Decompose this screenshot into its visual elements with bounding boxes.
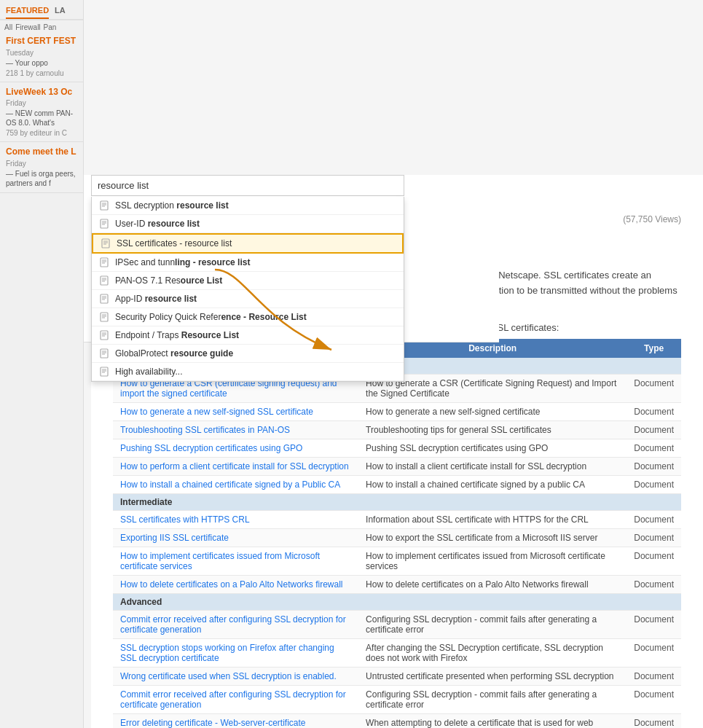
- resource-link[interactable]: Error deleting certificate - Web-server-…: [120, 718, 306, 728]
- dropdown-item-5-label: App-ID resource list: [115, 294, 197, 304]
- table-cell-title: Pushing SSL decryption certificates usin…: [113, 439, 358, 458]
- table-cell-description: Configuring SSL decryption - commit fail…: [358, 611, 627, 639]
- table-header-type: Type: [627, 339, 681, 358]
- resource-link[interactable]: Commit error received after configuring …: [120, 689, 346, 710]
- table-cell-type: Document: [627, 611, 681, 639]
- dropdown-item-5[interactable]: App-ID resource list: [92, 290, 404, 308]
- svg-rect-0: [101, 201, 108, 210]
- sidebar-article-0-title: First CERT FEST: [6, 36, 77, 47]
- table-cell-description: How to install a chained certificate sig…: [358, 476, 627, 494]
- table-cell-type: Document: [627, 476, 681, 494]
- dropdown-item-0[interactable]: SSL decryption resource list: [92, 197, 404, 215]
- dropdown-item-1-label: User-ID resource list: [115, 219, 200, 229]
- resource-link[interactable]: Troubleshooting SSL certificates in PAN-…: [120, 425, 290, 435]
- sidebar-tab-pan[interactable]: Pan: [44, 23, 57, 31]
- dropdown-item-7-label: Endpoint / Traps Resource List: [115, 330, 239, 340]
- article-views: (57,750 Views): [623, 214, 681, 224]
- sidebar-tab-all[interactable]: All: [4, 23, 12, 31]
- dropdown-item-8[interactable]: GlobalProtect resource guide: [92, 345, 404, 363]
- table-cell-description: After changing the SSL Decryption certif…: [358, 639, 627, 668]
- dropdown-item-7[interactable]: Endpoint / Traps Resource List: [92, 326, 404, 345]
- table-row: Commit error received after configuring …: [113, 611, 681, 639]
- table-category-row: Intermediate: [113, 494, 681, 511]
- category-label: Intermediate: [113, 494, 681, 511]
- table-cell-description: Pushing SSL decryption certificates usin…: [358, 439, 627, 458]
- resource-link[interactable]: How to generate a new self-signed SSL ce…: [120, 407, 313, 417]
- svg-rect-36: [101, 367, 108, 376]
- table-cell-title: SSL certificates with HTTPS CRL: [113, 511, 358, 529]
- dropdown-item-3[interactable]: IPSec and tunnling - resource list: [92, 254, 404, 272]
- table-cell-description: How to install a client certificate inst…: [358, 458, 627, 476]
- svg-rect-32: [101, 349, 108, 358]
- document-icon-9: [99, 367, 109, 377]
- sidebar-article-2-title: Come meet the L: [6, 146, 77, 158]
- table-cell-description: Configuring SSL decryption - commit fail…: [358, 686, 627, 714]
- resource-link[interactable]: Wrong certificate used when SSL decrypti…: [120, 671, 337, 681]
- sidebar-article-0[interactable]: First CERT FEST Tuesday — Your oppo 218 …: [0, 31, 83, 82]
- table-row: How to implement certificates issued fro…: [113, 547, 681, 576]
- table-cell-title: Exporting IIS SSL certificate: [113, 529, 358, 547]
- dropdown-item-9[interactable]: High availability...: [92, 363, 404, 381]
- svg-rect-24: [101, 313, 108, 321]
- sidebar-nav-featured[interactable]: FEATURED: [6, 6, 49, 19]
- svg-rect-20: [101, 294, 108, 303]
- dropdown-item-4-label: PAN-OS 7.1 Resource List: [115, 275, 222, 286]
- document-icon-4: [99, 275, 109, 286]
- document-icon-1: [99, 219, 109, 229]
- sidebar-article-1-stats: 759 by editeur in C: [6, 129, 77, 137]
- table-cell-title: How to implement certificates issued fro…: [113, 547, 358, 576]
- table-cell-type: Document: [627, 458, 681, 476]
- dropdown-item-6[interactable]: Security Policy Quick Reference - Resour…: [92, 308, 404, 326]
- resource-link[interactable]: Exporting IIS SSL certificate: [120, 533, 229, 543]
- sidebar-article-2-day: Friday: [6, 160, 77, 168]
- sidebar-nav-la[interactable]: LA: [55, 6, 66, 19]
- table-cell-description: How to generate a new self-signed certif…: [358, 403, 627, 421]
- sidebar-article-2[interactable]: Come meet the L Friday — Fuel is orga pe…: [0, 142, 83, 193]
- table-cell-description: Information about SSL certificate with H…: [358, 511, 627, 529]
- sidebar-article-1-desc: — NEW comm PAN-OS 8.0. What's: [6, 109, 77, 128]
- dropdown-item-1[interactable]: User-ID resource list: [92, 215, 404, 233]
- document-icon-3: [99, 257, 109, 267]
- sidebar-tab-firewall[interactable]: Firewall: [15, 23, 40, 31]
- dropdown-item-2-label: SSL certificates - resource list: [117, 238, 232, 248]
- table-row: Troubleshooting SSL certificates in PAN-…: [113, 421, 681, 439]
- table-cell-description: Untrusted certificate presented when per…: [358, 668, 627, 686]
- table-cell-description: How to implement certificates issued fro…: [358, 547, 627, 576]
- resource-link[interactable]: SSL decryption stops working on Firefox …: [120, 643, 334, 663]
- sidebar-article-2-desc: — Fuel is orga peers, partners and f: [6, 169, 77, 188]
- svg-rect-12: [101, 258, 108, 267]
- table-cell-description: Troubleshooting tips for general SSL cer…: [358, 421, 627, 439]
- resource-link[interactable]: Commit error received after configuring …: [120, 614, 346, 635]
- dropdown-item-2[interactable]: SSL certificates - resource list: [92, 233, 404, 254]
- dropdown-item-4[interactable]: PAN-OS 7.1 Resource List: [92, 272, 404, 290]
- table-cell-description: How to export the SSL certificate from a…: [358, 529, 627, 547]
- main-content: SSL decryption resource list User-ID res…: [84, 175, 703, 728]
- resource-link[interactable]: Pushing SSL decryption certificates usin…: [120, 443, 302, 453]
- dropdown-item-8-label: GlobalProtect resource guide: [115, 348, 233, 359]
- sidebar-article-1[interactable]: LiveWeek 13 Oc Friday — NEW comm PAN-OS …: [0, 82, 83, 143]
- search-dropdown: SSL decryption resource list User-ID res…: [91, 197, 404, 382]
- document-icon-2: [101, 238, 111, 248]
- resource-link[interactable]: How to delete certificates on a Palo Alt…: [120, 579, 342, 590]
- search-input[interactable]: [92, 176, 404, 195]
- table-cell-title: Commit error received after configuring …: [113, 611, 358, 639]
- dropdown-item-3-label: IPSec and tunnling - resource list: [115, 257, 250, 267]
- table-cell-type: Document: [627, 547, 681, 576]
- document-icon-6: [99, 312, 109, 322]
- resource-link[interactable]: SSL certificates with HTTPS CRL: [120, 514, 250, 525]
- table-cell-title: How to install a chained certificate sig…: [113, 476, 358, 494]
- table-cell-description: When attempting to delete a certificate …: [358, 714, 627, 728]
- sidebar-article-0-day: Tuesday: [6, 49, 77, 57]
- table-row: How to generate a new self-signed SSL ce…: [113, 403, 681, 421]
- table-cell-type: Document: [627, 714, 681, 728]
- resource-link[interactable]: How to perform a client certificate inst…: [120, 461, 349, 471]
- resource-link[interactable]: How to implement certificates issued fro…: [120, 551, 320, 571]
- resource-link[interactable]: How to install a chained certificate sig…: [120, 480, 340, 490]
- table-cell-title: How to perform a client certificate inst…: [113, 458, 358, 476]
- category-label: Advanced: [113, 594, 681, 611]
- svg-rect-16: [101, 276, 108, 285]
- table-row: How to delete certificates on a Palo Alt…: [113, 576, 681, 594]
- left-sidebar: FEATURED LA All Firewall Pan First CERT …: [0, 0, 84, 728]
- table-cell-title: SSL decryption stops working on Firefox …: [113, 639, 358, 668]
- search-container: SSL decryption resource list User-ID res…: [91, 175, 404, 196]
